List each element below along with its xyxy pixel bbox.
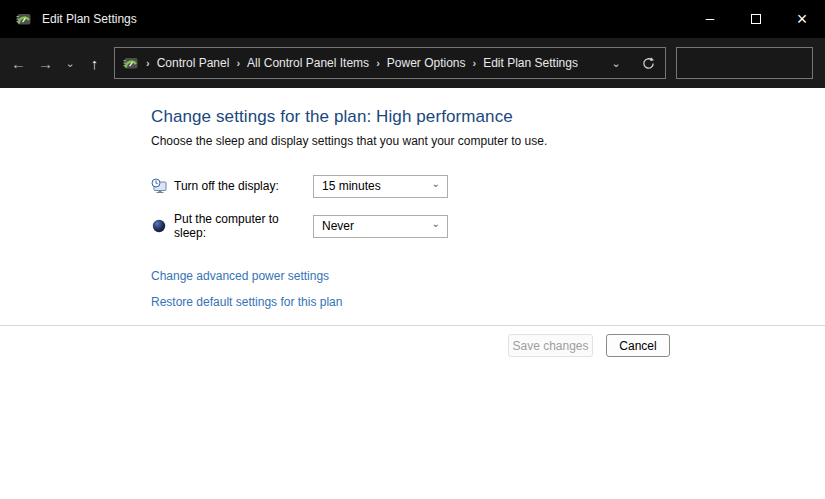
- footer-buttons: Save changes Cancel: [0, 326, 825, 357]
- up-button[interactable]: ↑: [81, 48, 108, 78]
- breadcrumb-chevron-icon: ›: [229, 57, 247, 69]
- minimize-icon: –: [706, 9, 714, 26]
- cancel-button[interactable]: Cancel: [606, 334, 670, 357]
- window-title: Edit Plan Settings: [42, 12, 137, 26]
- up-arrow-icon: ↑: [91, 55, 99, 72]
- sleep-select-value: Never: [322, 219, 354, 233]
- address-bar[interactable]: › Control Panel › All Control Panel Item…: [114, 47, 666, 79]
- maximize-icon: [751, 14, 761, 24]
- close-icon: ×: [797, 9, 808, 30]
- back-button[interactable]: ←: [5, 48, 32, 78]
- setting-row-display: Turn off the display: 15 minutes ⌄: [151, 174, 825, 198]
- breadcrumb-power-options[interactable]: Power Options: [387, 56, 466, 70]
- breadcrumb-control-panel[interactable]: Control Panel: [157, 56, 230, 70]
- put-computer-to-sleep-select[interactable]: Never ⌄: [313, 215, 448, 238]
- display-select-value: 15 minutes: [322, 179, 381, 193]
- chevron-down-icon: ⌄: [432, 178, 440, 189]
- sleep-setting-label: Put the computer to sleep:: [174, 212, 313, 240]
- navigation-bar: ← → ⌄ ↑ › Control Panel ›: [0, 38, 825, 88]
- back-arrow-icon: ←: [11, 55, 26, 72]
- display-clock-icon: [151, 178, 167, 194]
- chevron-down-icon: ⌄: [611, 57, 620, 69]
- power-options-breadcrumb-icon: [123, 55, 139, 71]
- search-box: [676, 47, 813, 79]
- page-subtitle: Choose the sleep and display settings th…: [151, 134, 825, 148]
- titlebar: Edit Plan Settings – ×: [0, 0, 825, 38]
- breadcrumb-edit-plan-settings[interactable]: Edit Plan Settings: [483, 56, 578, 70]
- settings-list: Turn off the display: 15 minutes ⌄: [151, 174, 825, 238]
- minimize-button[interactable]: –: [687, 0, 733, 38]
- search-input[interactable]: [677, 48, 825, 78]
- close-button[interactable]: ×: [779, 0, 825, 38]
- chevron-down-icon: ⌄: [65, 57, 74, 70]
- save-changes-button[interactable]: Save changes: [508, 334, 593, 357]
- breadcrumb-chevron-icon: ›: [466, 57, 484, 69]
- breadcrumb-chevron-icon: ›: [139, 57, 157, 69]
- maximize-button[interactable]: [733, 0, 779, 38]
- change-advanced-power-settings-link[interactable]: Change advanced power settings: [151, 269, 329, 283]
- address-dropdown-button[interactable]: ⌄: [601, 57, 631, 70]
- power-options-app-icon: [16, 11, 32, 27]
- breadcrumb-all-control-panel-items[interactable]: All Control Panel Items: [247, 56, 369, 70]
- display-setting-label: Turn off the display:: [174, 179, 313, 193]
- edit-plan-settings-window: Edit Plan Settings – × ← → ⌄ ↑: [0, 0, 825, 499]
- sleep-icon: [151, 218, 167, 234]
- breadcrumb-chevron-icon: ›: [369, 57, 387, 69]
- refresh-button[interactable]: [631, 56, 665, 71]
- turn-off-display-select[interactable]: 15 minutes ⌄: [313, 175, 448, 198]
- refresh-icon: [641, 56, 656, 71]
- window-controls: – ×: [687, 0, 825, 38]
- main-content: Change settings for the plan: High perfo…: [0, 88, 825, 309]
- recent-locations-button[interactable]: ⌄: [59, 48, 81, 78]
- chevron-down-icon: ⌄: [432, 218, 440, 229]
- forward-arrow-icon: →: [38, 55, 53, 72]
- forward-button[interactable]: →: [32, 48, 59, 78]
- setting-row-sleep: Put the computer to sleep: Never ⌄: [151, 214, 825, 238]
- restore-default-settings-link[interactable]: Restore default settings for this plan: [151, 295, 342, 309]
- links-section: Change advanced power settings Restore d…: [151, 269, 825, 309]
- page-title: Change settings for the plan: High perfo…: [151, 107, 825, 127]
